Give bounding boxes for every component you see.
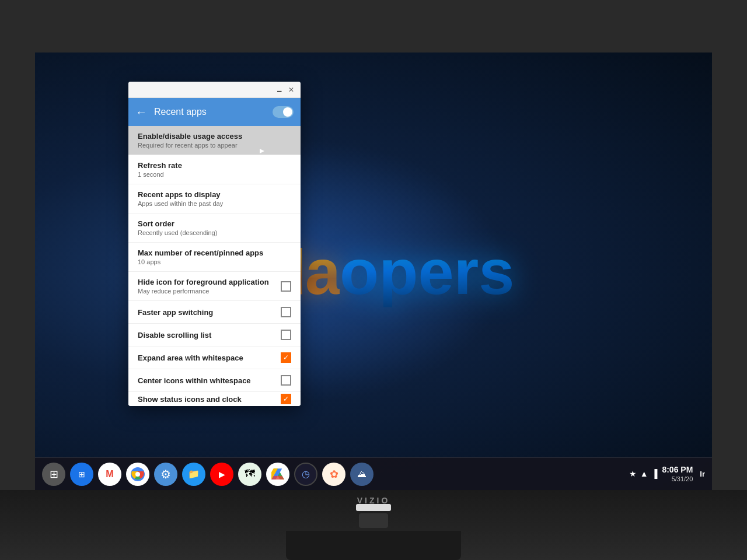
dialog-titlebar: 🗕 ✕: [128, 82, 301, 98]
wifi-icon: ▲: [640, 469, 648, 478]
settings-item-title: Expand area with whitespace: [138, 354, 281, 362]
checkbox-disable-scrolling[interactable]: [281, 330, 291, 340]
settings-item-text: Show status icons and clock: [138, 395, 281, 404]
settings-item-text: Recent apps to display Apps used within …: [138, 190, 291, 207]
settings-item-max-recent[interactable]: Max number of recent/pinned apps 10 apps: [128, 243, 301, 272]
settings-item-text: Faster app switching: [138, 308, 281, 317]
settings-item-disable-scrolling[interactable]: Disable scrolling list: [128, 324, 301, 346]
settings-item-expand-whitespace[interactable]: Expand area with whitespace ✓: [128, 346, 301, 369]
settings-item-subtitle: Required for recent apps to appear: [138, 142, 291, 149]
settings-item-title: Show status icons and clock: [138, 395, 281, 404]
taskbar-icon-drive[interactable]: [266, 463, 289, 486]
checkbox-center-icons[interactable]: [281, 375, 291, 386]
taskbar-icon-grid[interactable]: ⊞: [42, 463, 65, 486]
battery-icon: ▐: [651, 469, 657, 478]
settings-item-faster-switching[interactable]: Faster app switching: [128, 301, 301, 324]
settings-item-text: Max number of recent/pinned apps 10 apps: [138, 249, 291, 265]
checkbox-status-icons[interactable]: ✓: [281, 394, 291, 404]
settings-item-title: Hide icon for foreground application: [138, 278, 281, 286]
dialog-title: Recent apps: [154, 107, 266, 117]
settings-item-title: Sort order: [138, 219, 291, 228]
settings-item-text: Enable/disable usage access Required for…: [138, 132, 291, 149]
settings-item-title: Recent apps to display: [138, 190, 291, 199]
svg-point-2: [135, 472, 140, 477]
taskbar-icon-clock[interactable]: ◷: [294, 463, 317, 486]
settings-item-subtitle: May reduce performance: [138, 288, 281, 295]
tv-frame: xdaopers 🗕 ✕ ← Recent apps Enable/: [0, 0, 747, 560]
date-text: 5/31/20: [662, 475, 693, 483]
tv-screen: xdaopers 🗕 ✕ ← Recent apps Enable/: [35, 52, 712, 490]
tv-stand: [286, 531, 461, 560]
taskbar: ⊞ ⊞ M ⚙ 📁 ▶: [35, 457, 712, 490]
usb-dongle: [359, 513, 388, 528]
time-text: 8:06 PM: [662, 464, 693, 475]
settings-item-center-icons[interactable]: Center icons within whitespace: [128, 369, 301, 392]
taskbar-icon-windows[interactable]: ⊞: [70, 463, 93, 486]
settings-item-text: Expand area with whitespace: [138, 354, 281, 362]
xda-text-part2: opers: [340, 236, 515, 307]
settings-item-text: Disable scrolling list: [138, 331, 281, 340]
settings-item-recent-apps-display[interactable]: Recent apps to display Apps used within …: [128, 184, 301, 214]
settings-item-title: Disable scrolling list: [138, 331, 281, 340]
taskbar-icon-files[interactable]: 📁: [182, 463, 205, 486]
taskbar-icon-maps[interactable]: 🗺: [238, 463, 261, 486]
settings-item-title: Center icons within whitespace: [138, 376, 281, 385]
bluetooth-icon: ★: [629, 469, 637, 478]
taskbar-icon-chrome[interactable]: [126, 463, 149, 486]
settings-item-text: Sort order Recently used (descending): [138, 219, 291, 236]
settings-dialog: 🗕 ✕ ← Recent apps Enable/disable usage a…: [128, 82, 301, 406]
close-button[interactable]: ✕: [287, 85, 296, 94]
settings-content: Enable/disable usage access Required for…: [128, 126, 301, 406]
taskbar-icon-gmail[interactable]: M: [98, 463, 121, 486]
settings-item-status-icons[interactable]: Show status icons and clock ✓: [128, 392, 301, 406]
settings-item-text: Refresh rate 1 second: [138, 161, 291, 178]
settings-item-title: Enable/disable usage access: [138, 132, 291, 141]
time-display: 8:06 PM 5/31/20: [662, 464, 693, 483]
settings-item-title: Faster app switching: [138, 308, 281, 317]
tv-bottom-bezel: VIZIO: [0, 490, 747, 560]
settings-item-hide-foreground[interactable]: Hide icon for foreground application May…: [128, 272, 301, 301]
settings-item-title: Max number of recent/pinned apps: [138, 249, 291, 257]
minimize-button[interactable]: 🗕: [275, 85, 284, 94]
taskbar-icons: ⊞ ⊞ M ⚙ 📁 ▶: [42, 463, 374, 486]
settings-item-usage-access[interactable]: Enable/disable usage access Required for…: [128, 126, 301, 155]
settings-item-text: Hide icon for foreground application May…: [138, 278, 281, 295]
settings-item-subtitle: Recently used (descending): [138, 229, 291, 236]
taskbar-icon-settings[interactable]: ⚙: [154, 463, 177, 486]
dialog-header: ← Recent apps: [128, 98, 301, 126]
taskbar-right: ★ ▲ ▐ 8:06 PM 5/31/20 Ir: [629, 464, 705, 483]
taskbar-icon-mountain[interactable]: ⛰: [350, 463, 374, 486]
ir-label: Ir: [700, 470, 705, 478]
settings-item-text: Center icons within whitespace: [138, 376, 281, 385]
settings-item-sort-order[interactable]: Sort order Recently used (descending): [128, 214, 301, 243]
usb-cable: [356, 504, 391, 511]
settings-item-refresh-rate[interactable]: Refresh rate 1 second: [128, 155, 301, 184]
usb-dongle-area: [356, 504, 391, 528]
settings-item-subtitle: 10 apps: [138, 258, 291, 265]
back-button[interactable]: ←: [135, 106, 147, 119]
settings-item-title: Refresh rate: [138, 161, 291, 170]
settings-item-subtitle: 1 second: [138, 171, 291, 178]
checkbox-hide-foreground[interactable]: [281, 281, 291, 292]
taskbar-icon-photos[interactable]: ✿: [322, 463, 345, 486]
main-toggle[interactable]: [273, 106, 294, 118]
settings-item-subtitle: Apps used within the past day: [138, 200, 291, 207]
checkbox-faster-switching[interactable]: [281, 307, 291, 317]
checkbox-expand-whitespace[interactable]: ✓: [281, 352, 291, 363]
taskbar-icon-youtube[interactable]: ▶: [210, 463, 233, 486]
system-icons: ★ ▲ ▐: [629, 469, 658, 478]
